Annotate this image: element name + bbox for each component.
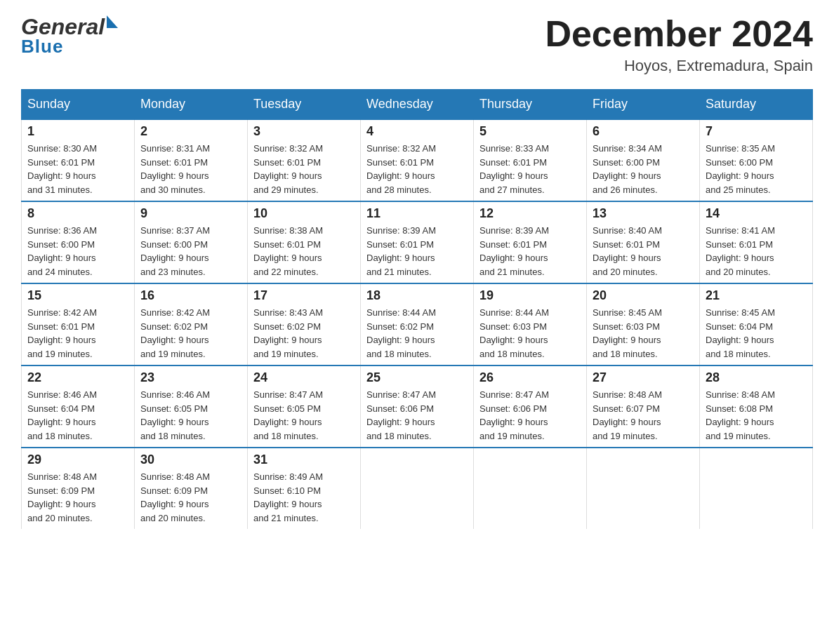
day-number: 27 <box>593 370 694 385</box>
day-number: 18 <box>366 288 468 303</box>
calendar-header-friday: Friday <box>587 90 700 120</box>
calendar-cell: 26Sunrise: 8:47 AM Sunset: 6:06 PM Dayli… <box>474 365 587 448</box>
calendar-week-2: 8Sunrise: 8:36 AM Sunset: 6:00 PM Daylig… <box>22 201 813 283</box>
day-info: Sunrise: 8:32 AM Sunset: 6:01 PM Dayligh… <box>253 142 355 196</box>
day-info: Sunrise: 8:30 AM Sunset: 6:01 PM Dayligh… <box>27 142 128 196</box>
calendar-cell: 7Sunrise: 8:35 AM Sunset: 6:00 PM Daylig… <box>700 119 813 201</box>
day-info: Sunrise: 8:43 AM Sunset: 6:02 PM Dayligh… <box>253 306 355 361</box>
calendar-cell: 29Sunrise: 8:48 AM Sunset: 6:09 PM Dayli… <box>22 448 135 529</box>
day-number: 9 <box>140 206 241 221</box>
calendar-cell: 4Sunrise: 8:32 AM Sunset: 6:01 PM Daylig… <box>361 119 474 201</box>
day-info: Sunrise: 8:34 AM Sunset: 6:00 PM Dayligh… <box>593 142 694 196</box>
day-number: 22 <box>27 370 128 385</box>
day-number: 4 <box>366 124 468 139</box>
day-info: Sunrise: 8:49 AM Sunset: 6:10 PM Dayligh… <box>253 470 355 525</box>
calendar-cell: 24Sunrise: 8:47 AM Sunset: 6:05 PM Dayli… <box>248 365 361 448</box>
day-number: 26 <box>479 370 581 385</box>
calendar-cell <box>700 448 813 529</box>
day-number: 14 <box>706 206 807 221</box>
day-number: 20 <box>593 288 694 303</box>
calendar-header-sunday: Sunday <box>22 90 135 120</box>
calendar-cell: 16Sunrise: 8:42 AM Sunset: 6:02 PM Dayli… <box>135 283 248 365</box>
day-number: 6 <box>593 124 694 139</box>
day-info: Sunrise: 8:48 AM Sunset: 6:09 PM Dayligh… <box>27 470 128 525</box>
day-number: 8 <box>27 206 128 221</box>
day-info: Sunrise: 8:48 AM Sunset: 6:09 PM Dayligh… <box>140 470 241 525</box>
day-info: Sunrise: 8:39 AM Sunset: 6:01 PM Dayligh… <box>479 224 581 279</box>
calendar-week-3: 15Sunrise: 8:42 AM Sunset: 6:01 PM Dayli… <box>22 283 813 365</box>
logo: General Blue <box>21 14 118 58</box>
calendar-cell: 28Sunrise: 8:48 AM Sunset: 6:08 PM Dayli… <box>700 365 813 448</box>
location-title: Hoyos, Extremadura, Spain <box>545 57 813 75</box>
day-number: 28 <box>706 370 807 385</box>
calendar-header-tuesday: Tuesday <box>248 90 361 120</box>
day-info: Sunrise: 8:31 AM Sunset: 6:01 PM Dayligh… <box>140 142 241 196</box>
day-number: 21 <box>706 288 807 303</box>
calendar-cell: 31Sunrise: 8:49 AM Sunset: 6:10 PM Dayli… <box>248 448 361 529</box>
month-title: December 2024 <box>545 14 813 54</box>
calendar-cell: 15Sunrise: 8:42 AM Sunset: 6:01 PM Dayli… <box>22 283 135 365</box>
day-info: Sunrise: 8:32 AM Sunset: 6:01 PM Dayligh… <box>366 142 468 196</box>
day-number: 25 <box>366 370 468 385</box>
calendar-cell: 6Sunrise: 8:34 AM Sunset: 6:00 PM Daylig… <box>587 119 700 201</box>
day-info: Sunrise: 8:45 AM Sunset: 6:03 PM Dayligh… <box>593 306 694 361</box>
day-number: 23 <box>140 370 241 385</box>
day-info: Sunrise: 8:42 AM Sunset: 6:01 PM Dayligh… <box>27 306 128 361</box>
calendar-cell: 11Sunrise: 8:39 AM Sunset: 6:01 PM Dayli… <box>361 201 474 283</box>
day-number: 13 <box>593 206 694 221</box>
calendar-cell <box>474 448 587 529</box>
calendar-table: SundayMondayTuesdayWednesdayThursdayFrid… <box>21 89 813 529</box>
day-info: Sunrise: 8:45 AM Sunset: 6:04 PM Dayligh… <box>706 306 807 361</box>
calendar-header-wednesday: Wednesday <box>361 90 474 120</box>
logo-blue-text: Blue <box>21 36 63 57</box>
calendar-cell: 2Sunrise: 8:31 AM Sunset: 6:01 PM Daylig… <box>135 119 248 201</box>
day-number: 24 <box>253 370 355 385</box>
calendar-cell: 13Sunrise: 8:40 AM Sunset: 6:01 PM Dayli… <box>587 201 700 283</box>
calendar-cell: 18Sunrise: 8:44 AM Sunset: 6:02 PM Dayli… <box>361 283 474 365</box>
day-number: 7 <box>706 124 807 139</box>
day-info: Sunrise: 8:46 AM Sunset: 6:04 PM Dayligh… <box>27 388 128 443</box>
day-info: Sunrise: 8:40 AM Sunset: 6:01 PM Dayligh… <box>593 224 694 279</box>
day-info: Sunrise: 8:48 AM Sunset: 6:07 PM Dayligh… <box>593 388 694 443</box>
calendar-header-thursday: Thursday <box>474 90 587 120</box>
day-number: 31 <box>253 452 355 467</box>
day-number: 29 <box>27 452 128 467</box>
day-info: Sunrise: 8:42 AM Sunset: 6:02 PM Dayligh… <box>140 306 241 361</box>
calendar-week-1: 1Sunrise: 8:30 AM Sunset: 6:01 PM Daylig… <box>22 119 813 201</box>
day-info: Sunrise: 8:36 AM Sunset: 6:00 PM Dayligh… <box>27 224 128 279</box>
day-info: Sunrise: 8:48 AM Sunset: 6:08 PM Dayligh… <box>706 388 807 443</box>
calendar-cell: 25Sunrise: 8:47 AM Sunset: 6:06 PM Dayli… <box>361 365 474 448</box>
calendar-week-4: 22Sunrise: 8:46 AM Sunset: 6:04 PM Dayli… <box>22 365 813 448</box>
logo-triangle-icon <box>107 15 118 28</box>
day-info: Sunrise: 8:44 AM Sunset: 6:03 PM Dayligh… <box>479 306 581 361</box>
calendar-cell: 27Sunrise: 8:48 AM Sunset: 6:07 PM Dayli… <box>587 365 700 448</box>
calendar-cell: 5Sunrise: 8:33 AM Sunset: 6:01 PM Daylig… <box>474 119 587 201</box>
day-number: 12 <box>479 206 581 221</box>
calendar-cell: 3Sunrise: 8:32 AM Sunset: 6:01 PM Daylig… <box>248 119 361 201</box>
day-number: 10 <box>253 206 355 221</box>
day-number: 3 <box>253 124 355 139</box>
day-info: Sunrise: 8:37 AM Sunset: 6:00 PM Dayligh… <box>140 224 241 279</box>
day-info: Sunrise: 8:39 AM Sunset: 6:01 PM Dayligh… <box>366 224 468 279</box>
day-number: 1 <box>27 124 128 139</box>
calendar-cell: 9Sunrise: 8:37 AM Sunset: 6:00 PM Daylig… <box>135 201 248 283</box>
calendar-header-monday: Monday <box>135 90 248 120</box>
day-number: 17 <box>253 288 355 303</box>
day-info: Sunrise: 8:38 AM Sunset: 6:01 PM Dayligh… <box>253 224 355 279</box>
calendar-cell: 23Sunrise: 8:46 AM Sunset: 6:05 PM Dayli… <box>135 365 248 448</box>
calendar-header-saturday: Saturday <box>700 90 813 120</box>
day-number: 30 <box>140 452 241 467</box>
calendar-header: SundayMondayTuesdayWednesdayThursdayFrid… <box>22 90 813 120</box>
day-number: 15 <box>27 288 128 303</box>
title-area: December 2024 Hoyos, Extremadura, Spain <box>545 14 813 75</box>
day-number: 2 <box>140 124 241 139</box>
calendar-cell: 1Sunrise: 8:30 AM Sunset: 6:01 PM Daylig… <box>22 119 135 201</box>
day-info: Sunrise: 8:46 AM Sunset: 6:05 PM Dayligh… <box>140 388 241 443</box>
calendar-cell: 12Sunrise: 8:39 AM Sunset: 6:01 PM Dayli… <box>474 201 587 283</box>
day-info: Sunrise: 8:33 AM Sunset: 6:01 PM Dayligh… <box>479 142 581 196</box>
day-info: Sunrise: 8:47 AM Sunset: 6:05 PM Dayligh… <box>253 388 355 443</box>
day-info: Sunrise: 8:41 AM Sunset: 6:01 PM Dayligh… <box>706 224 807 279</box>
day-number: 11 <box>366 206 468 221</box>
calendar-body: 1Sunrise: 8:30 AM Sunset: 6:01 PM Daylig… <box>22 119 813 529</box>
calendar-cell: 14Sunrise: 8:41 AM Sunset: 6:01 PM Dayli… <box>700 201 813 283</box>
